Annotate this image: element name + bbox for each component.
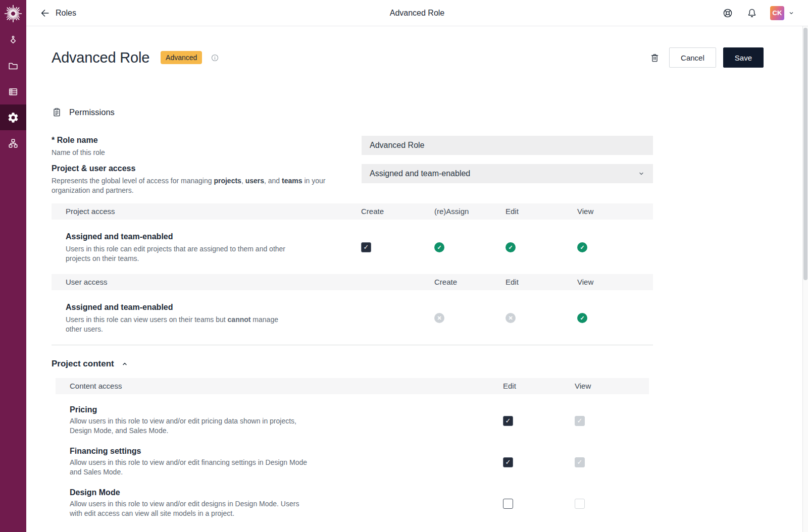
scrollbar-thumb[interactable] — [803, 28, 807, 280]
info-icon[interactable] — [210, 53, 220, 63]
role-name-hint: Name of this role — [52, 148, 362, 158]
column-view: View — [577, 278, 653, 286]
sidebar-item-agents[interactable] — [0, 27, 26, 53]
design-mode-view-checkbox — [575, 499, 585, 509]
help-icon[interactable] — [722, 7, 734, 19]
avatar[interactable]: CK — [770, 6, 784, 20]
scrollbar[interactable] — [802, 26, 808, 532]
row-description: Allow users in this role to view and/or … — [56, 499, 308, 518]
content-access-header: Content access Edit View — [56, 378, 649, 394]
logo-icon[interactable] — [0, 0, 26, 27]
role-name-input[interactable] — [362, 136, 653, 155]
access-level-select[interactable]: Assigned and team-enabled — [362, 164, 653, 183]
sidebar-item-settings[interactable] — [0, 104, 26, 130]
content-access-title: Content access — [56, 382, 503, 390]
delete-icon[interactable] — [649, 52, 660, 63]
row-description: Allow users in this role to view and/or … — [56, 458, 308, 477]
page-actions: Cancel Save — [649, 47, 764, 68]
row-description: Users in this role can view users on the… — [52, 315, 289, 335]
project-content-toggle[interactable]: Project content — [52, 358, 764, 369]
project-edit-allowed-icon: ✓ — [506, 242, 516, 252]
row-title: Financing settings — [56, 446, 503, 456]
pricing-view-checkbox: ✓ — [575, 416, 585, 426]
row-description: Users in this role can edit projects tha… — [52, 244, 289, 264]
role-type-badge: Advanced — [161, 51, 202, 64]
content-row-pricing: Pricing Allow users in this role to view… — [56, 394, 649, 436]
topbar-actions: CK — [722, 6, 795, 20]
user-edit-denied-icon: ✕ — [506, 313, 516, 323]
page-header: Advanced Role Advanced Cancel — [52, 46, 764, 69]
column-view: View — [577, 207, 653, 216]
sidebar-item-projects[interactable] — [0, 53, 26, 79]
sidebar-nav — [0, 27, 26, 156]
content-access-table: Content access Edit View Pricing Allow u… — [56, 378, 649, 518]
app: Roles Advanced Role CK — [0, 0, 808, 532]
row-description: Allow users in this role to view and/or … — [56, 416, 308, 436]
user-access-header: User access Create Edit View — [52, 274, 653, 290]
permissions-section-title: Permissions — [69, 108, 115, 117]
access-level-row: Project & user access Represents the glo… — [52, 164, 764, 196]
pricing-edit-checkbox[interactable]: ✓ — [503, 416, 513, 426]
account-menu[interactable]: CK — [770, 6, 795, 20]
project-access-table: Project access Create (re)Assign Edit Vi… — [52, 203, 653, 274]
row-title: Design Mode — [56, 488, 503, 498]
project-create-checkbox[interactable]: ✓ — [361, 242, 371, 252]
design-mode-edit-checkbox[interactable] — [503, 499, 513, 509]
row-title: Assigned and team-enabled — [52, 232, 361, 242]
user-access-row: Assigned and team-enabled Users in this … — [52, 290, 653, 345]
column-edit: Edit — [506, 278, 577, 286]
project-view-allowed-icon: ✓ — [577, 242, 587, 252]
access-level-value: Assigned and team-enabled — [370, 169, 470, 178]
back-arrow-icon — [39, 8, 50, 19]
main-content: Advanced Role Advanced Cancel — [52, 26, 764, 518]
user-create-denied-icon: ✕ — [434, 313, 444, 323]
project-access-header: Project access Create (re)Assign Edit Vi… — [52, 203, 653, 220]
sidebar-item-records[interactable] — [0, 79, 26, 104]
cancel-button[interactable]: Cancel — [669, 47, 716, 68]
column-reassign: (re)Assign — [434, 207, 506, 216]
access-level-description: Represents the global level of access fo… — [52, 176, 347, 196]
back-label: Roles — [56, 9, 76, 18]
project-content-title: Project content — [52, 359, 114, 369]
back-button[interactable]: Roles — [39, 8, 76, 19]
chevron-down-icon — [788, 10, 795, 17]
permissions-section-header: Permissions — [52, 107, 764, 118]
clipboard-icon — [52, 107, 62, 118]
column-edit: Edit — [503, 382, 575, 390]
role-name-label: * Role name — [52, 136, 362, 145]
section-divider — [52, 345, 653, 345]
row-title: Pricing — [56, 405, 503, 415]
chevron-down-icon — [637, 169, 646, 178]
sidebar-item-organization[interactable] — [0, 130, 26, 156]
column-create: Create — [361, 207, 434, 216]
project-reassign-allowed-icon: ✓ — [434, 242, 444, 252]
chevron-up-icon — [120, 359, 129, 368]
role-name-row: * Role name Name of this role — [52, 136, 764, 158]
topbar-title: Advanced Role — [390, 9, 445, 18]
content-row-financing: Financing settings Allow users in this r… — [56, 436, 649, 477]
access-level-label: Project & user access — [52, 164, 362, 173]
topbar: Roles Advanced Role CK — [26, 0, 808, 26]
save-button[interactable]: Save — [723, 47, 764, 68]
notifications-icon[interactable] — [746, 7, 758, 19]
financing-view-checkbox: ✓ — [575, 457, 585, 467]
column-view: View — [575, 382, 649, 390]
page-title: Advanced Role — [52, 49, 149, 66]
user-view-allowed-icon: ✓ — [577, 313, 587, 323]
row-title: Assigned and team-enabled — [52, 302, 434, 312]
column-edit: Edit — [506, 207, 577, 216]
project-access-title: Project access — [52, 207, 361, 216]
user-access-title: User access — [52, 278, 434, 286]
user-access-table: User access Create Edit View Assigned an… — [52, 274, 653, 345]
project-access-row: Assigned and team-enabled Users in this … — [52, 220, 653, 274]
financing-edit-checkbox[interactable]: ✓ — [503, 457, 513, 467]
sidebar — [0, 0, 26, 532]
column-create: Create — [434, 278, 506, 286]
content-row-design-mode: Design Mode Allow users in this role to … — [56, 477, 649, 518]
